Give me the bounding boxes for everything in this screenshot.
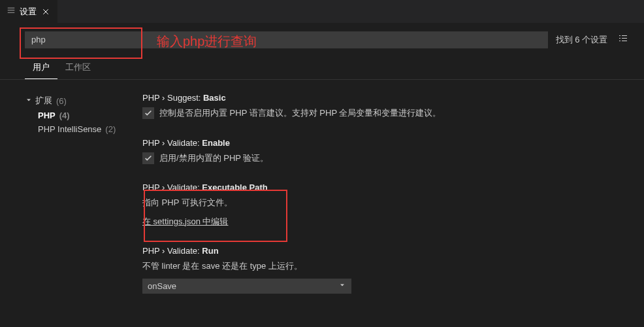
settings-list: PHP › Suggest: Basic 控制是否启用内置 PHP 语言建议。支… bbox=[142, 93, 644, 312]
tree-count: (4) bbox=[59, 111, 70, 120]
tab-bar: 设置 bbox=[0, 0, 644, 23]
tab-user[interactable]: 用户 bbox=[25, 56, 57, 79]
tree-item-extensions[interactable]: 扩展 (6) bbox=[25, 93, 142, 109]
chevron-down-icon bbox=[25, 96, 33, 106]
tree-label: PHP IntelliSense bbox=[38, 124, 101, 134]
setting-php-validate-enable: PHP › Validate: Enable 启用/禁用内置的 PHP 验证。 bbox=[142, 138, 624, 165]
close-icon[interactable] bbox=[40, 7, 51, 17]
tree-item-php-intellisense[interactable]: PHP IntelliSense (2) bbox=[25, 122, 142, 136]
result-count: 找到 6 个设置 bbox=[556, 34, 607, 46]
search-row: 找到 6 个设置 bbox=[0, 23, 644, 56]
setting-php-validate-executable-path: PHP › Validate: Executable Path 指向 PHP 可… bbox=[142, 182, 624, 228]
setting-title: PHP › Validate: Enable bbox=[142, 138, 624, 148]
tree-count: (2) bbox=[105, 124, 116, 134]
setting-description: 启用/禁用内置的 PHP 验证。 bbox=[159, 152, 268, 165]
edit-in-settings-json-link[interactable]: 在 settings.json 中编辑 bbox=[142, 216, 229, 228]
setting-title: PHP › Validate: Executable Path bbox=[142, 182, 624, 192]
tree-count: (6) bbox=[56, 96, 67, 106]
setting-title: PHP › Suggest: Basic bbox=[142, 93, 624, 103]
setting-description: 控制是否启用内置 PHP 语言建议。支持对 PHP 全局变量和变量进行建议。 bbox=[159, 107, 441, 120]
search-input[interactable] bbox=[25, 31, 548, 48]
toc-icon[interactable] bbox=[615, 31, 631, 48]
settings-tab-icon bbox=[7, 6, 16, 17]
settings-tree: 扩展 (6) PHP (4) PHP IntelliSense (2) bbox=[25, 93, 142, 312]
chevron-down-icon bbox=[338, 281, 346, 291]
tree-item-php[interactable]: PHP (4) bbox=[25, 109, 142, 122]
setting-description: 指向 PHP 可执行文件。 bbox=[142, 196, 624, 209]
tree-label: 扩展 bbox=[35, 95, 52, 107]
setting-title: PHP › Validate: Run bbox=[142, 246, 624, 256]
setting-php-suggest-basic: PHP › Suggest: Basic 控制是否启用内置 PHP 语言建议。支… bbox=[142, 93, 624, 120]
run-select[interactable]: onSave bbox=[142, 279, 351, 294]
setting-description: 不管 linter 是在 save 还是在 type 上运行。 bbox=[142, 260, 624, 273]
tab-workspace[interactable]: 工作区 bbox=[57, 56, 99, 79]
settings-tab[interactable]: 设置 bbox=[0, 0, 57, 23]
checkbox[interactable] bbox=[142, 152, 154, 164]
setting-php-validate-run: PHP › Validate: Run 不管 linter 是在 save 还是… bbox=[142, 246, 624, 294]
settings-tab-title: 设置 bbox=[20, 6, 37, 18]
scope-tabs: 用户 工作区 bbox=[0, 56, 644, 80]
checkbox[interactable] bbox=[142, 107, 154, 119]
select-value: onSave bbox=[148, 281, 176, 291]
tree-label: PHP bbox=[38, 111, 56, 120]
